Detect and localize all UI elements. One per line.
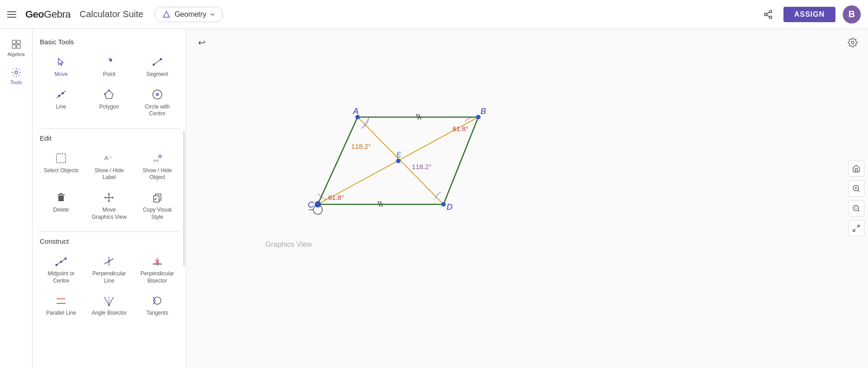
geometry-icon: [162, 10, 171, 19]
line-icon: [54, 87, 68, 102]
tool-move[interactable]: Move: [38, 51, 84, 82]
svg-point-40: [60, 261, 62, 263]
svg-marker-0: [163, 11, 170, 17]
svg-text:A: A: [108, 57, 111, 61]
select-objects-label: Select Objects: [43, 167, 78, 175]
tool-segment[interactable]: Segment: [134, 51, 180, 82]
polygon-label: Polygon: [99, 104, 119, 111]
canvas-area: ↩: [186, 29, 868, 368]
tool-delete[interactable]: Delete: [38, 187, 84, 224]
edit-divider: [38, 128, 180, 129]
share-button[interactable]: [760, 6, 776, 23]
tool-polygon[interactable]: Polygon: [86, 84, 132, 121]
svg-line-52: [109, 297, 113, 305]
svg-text:D: D: [447, 203, 453, 212]
edit-tools-grid: Select Objects A A Show / HideLabel: [38, 147, 180, 224]
home-button[interactable]: [848, 160, 864, 177]
sidebar-item-algebra[interactable]: Algebra: [2, 34, 31, 61]
svg-point-78: [441, 202, 446, 207]
tool-tangents[interactable]: Tangents: [134, 290, 180, 321]
svg-marker-23: [105, 90, 113, 99]
svg-line-4: [767, 15, 769, 17]
app-header: GeoGebra Calculator Suite Geometry ASSIG…: [0, 0, 868, 29]
angle-bisector-icon: [102, 293, 116, 308]
svg-text:AA: AA: [153, 158, 159, 163]
move-label: Move: [54, 71, 67, 78]
basic-tools-title: Basic Tools: [40, 38, 180, 46]
construct-title: Construct: [40, 237, 180, 245]
circle-icon: [150, 87, 165, 102]
svg-line-51: [104, 297, 109, 305]
tool-select-objects[interactable]: Select Objects: [38, 147, 84, 185]
tool-midpoint[interactable]: Midpoint orCentre: [38, 250, 84, 288]
tool-circle[interactable]: Circle withCentre: [134, 84, 180, 121]
main-body: Algebra Tools Basic Tools: [0, 29, 868, 368]
circle-label: Circle withCentre: [145, 104, 170, 118]
svg-rect-9: [17, 45, 20, 48]
point-label: Point: [103, 71, 115, 78]
tool-perpendicular-line[interactable]: PerpendicularLine: [86, 250, 132, 288]
svg-point-10: [15, 71, 18, 74]
menu-button[interactable]: [7, 9, 18, 20]
tool-parallel-line[interactable]: Parallel Line: [38, 290, 84, 321]
fullscreen-button[interactable]: [848, 220, 864, 236]
svg-text:118.2°: 118.2°: [412, 163, 432, 170]
svg-rect-29: [57, 154, 66, 163]
tool-show-hide-object[interactable]: AA Show / HideObject: [134, 147, 180, 185]
delete-icon: [54, 190, 68, 205]
edit-title: Edit: [40, 134, 180, 142]
svg-point-1: [769, 10, 772, 13]
tools-label: Tools: [10, 80, 22, 85]
copy-visual-style-label: Copy VisualStyle: [143, 207, 172, 221]
construct-divider: [38, 231, 180, 232]
segment-label: Segment: [146, 71, 168, 78]
svg-point-43: [108, 260, 110, 262]
copy-visual-style-icon: [150, 190, 165, 205]
show-hide-label-icon: A A: [102, 151, 116, 165]
svg-text:A: A: [104, 155, 108, 161]
tool-line[interactable]: Line: [38, 84, 84, 121]
tool-perpendicular-bisector[interactable]: PerpendicularBisector: [134, 250, 180, 288]
svg-point-24: [108, 90, 110, 91]
right-controls: [848, 160, 864, 236]
select-objects-icon: [54, 151, 68, 165]
tool-move-graphics-view[interactable]: MoveGraphics View: [86, 187, 132, 224]
tool-copy-visual-style[interactable]: Copy VisualStyle: [134, 187, 180, 224]
chevron-down-icon: [210, 12, 215, 17]
tools-scrollbar[interactable]: [183, 131, 185, 266]
svg-line-20: [57, 91, 66, 98]
sidebar-item-tools[interactable]: Tools: [2, 62, 31, 89]
svg-line-19: [154, 59, 161, 65]
tangents-icon: [150, 293, 165, 308]
point-icon: A: [102, 55, 116, 69]
zoom-out-button[interactable]: [848, 200, 864, 217]
tool-show-hide-label[interactable]: A A Show / HideLabel: [86, 147, 132, 185]
tools-icon: [10, 66, 23, 79]
user-avatar[interactable]: B: [843, 5, 861, 24]
move-graphics-view-icon: [102, 190, 116, 205]
svg-point-54: [108, 304, 110, 306]
segment-icon: [150, 55, 165, 69]
svg-point-39: [65, 258, 67, 260]
svg-point-21: [58, 94, 61, 97]
svg-line-88: [858, 210, 859, 211]
parallel-line-label: Parallel Line: [46, 310, 76, 317]
tool-point[interactable]: A Point: [86, 51, 132, 82]
svg-text:61.8°: 61.8°: [453, 125, 468, 132]
svg-line-91: [853, 229, 855, 231]
move-icon: [54, 55, 68, 69]
polygon-icon: [102, 87, 116, 102]
svg-text:118.2°: 118.2°: [351, 142, 371, 150]
algebra-icon: [10, 38, 23, 51]
svg-point-38: [56, 264, 58, 266]
geometry-dropdown[interactable]: Geometry: [154, 7, 223, 22]
zoom-in-button[interactable]: [848, 180, 864, 197]
geometry-canvas[interactable]: A B C D E 61.8° 118.2° 61.8° 118.2°: [186, 29, 868, 368]
svg-text:61.8°: 61.8°: [328, 193, 344, 201]
perpendicular-bisector-icon: [150, 254, 165, 269]
assign-button[interactable]: ASSIGN: [783, 7, 835, 22]
svg-line-84: [858, 190, 859, 191]
svg-point-79: [396, 159, 401, 163]
tool-angle-bisector[interactable]: Angle Bisector: [86, 290, 132, 321]
midpoint-label: Midpoint orCentre: [47, 270, 74, 284]
